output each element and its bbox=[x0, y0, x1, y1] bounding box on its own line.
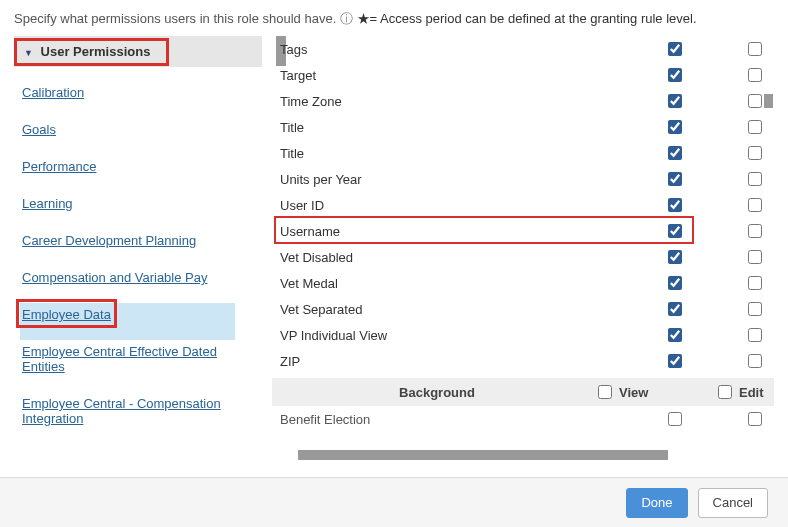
background-view-label: View bbox=[619, 385, 648, 400]
permission-row: User ID bbox=[272, 192, 774, 218]
permission-checkbox-col2[interactable] bbox=[748, 250, 762, 264]
sidebar-item-learning[interactable]: Learning bbox=[20, 192, 75, 215]
sidebar-item-goals[interactable]: Goals bbox=[20, 118, 58, 141]
permission-label: VP Individual View bbox=[280, 328, 614, 343]
permission-row: Title bbox=[272, 140, 774, 166]
permission-checkbox-col2[interactable] bbox=[748, 302, 762, 316]
permission-checkbox-col2[interactable] bbox=[748, 94, 762, 108]
background-title: Background bbox=[280, 385, 594, 400]
permission-checkbox-col1[interactable] bbox=[668, 224, 682, 238]
cancel-button[interactable]: Cancel bbox=[698, 488, 768, 518]
sidebar-item-comp-var-pay[interactable]: Compensation and Variable Pay bbox=[20, 266, 210, 289]
sidebar-category-header[interactable]: ▼ User Permissions bbox=[14, 36, 262, 67]
permission-row: Username bbox=[272, 218, 774, 244]
permission-row: Tags bbox=[272, 36, 774, 62]
permission-row: Title bbox=[272, 114, 774, 140]
star-note: ★= Access period can be defined at the g… bbox=[357, 11, 697, 26]
sidebar-item-performance[interactable]: Performance bbox=[20, 155, 98, 178]
permission-checkbox-col1[interactable] bbox=[668, 250, 682, 264]
permission-checkbox-col1[interactable] bbox=[668, 198, 682, 212]
permission-label: ZIP bbox=[280, 354, 614, 369]
background-section-header: Background View Edit bbox=[272, 378, 774, 406]
permission-row: Units per Year bbox=[272, 166, 774, 192]
permission-checkbox-col1[interactable] bbox=[668, 120, 682, 134]
permission-checkbox-col2[interactable] bbox=[748, 68, 762, 82]
sidebar-item-calibration[interactable]: Calibration bbox=[20, 81, 86, 104]
permission-label: Username bbox=[280, 224, 614, 239]
background-edit-checkbox[interactable] bbox=[718, 385, 732, 399]
permission-label: Title bbox=[280, 120, 614, 135]
permission-checkbox-col2[interactable] bbox=[748, 198, 762, 212]
sidebar-item-employee-data[interactable]: Employee Data bbox=[20, 303, 113, 326]
permission-label: Time Zone bbox=[280, 94, 614, 109]
stub-indicator bbox=[764, 94, 773, 108]
permission-label: Target bbox=[280, 68, 614, 83]
dialog-footer: Done Cancel bbox=[0, 477, 788, 527]
sidebar-category-label: User Permissions bbox=[41, 44, 151, 59]
permission-label: Vet Disabled bbox=[280, 250, 614, 265]
done-button[interactable]: Done bbox=[626, 488, 687, 518]
permission-label: User ID bbox=[280, 198, 614, 213]
permission-checkbox-col2[interactable] bbox=[748, 146, 762, 160]
permission-checkbox-col2[interactable] bbox=[748, 276, 762, 290]
permission-checkbox-col1[interactable] bbox=[668, 328, 682, 342]
permission-label: Title bbox=[280, 146, 614, 161]
permission-checkbox-col1[interactable] bbox=[668, 302, 682, 316]
permission-label: Tags bbox=[280, 42, 614, 57]
permission-checkbox-col2[interactable] bbox=[748, 172, 762, 186]
permissions-table: TagsTargetTime ZoneTitleTitleUnits per Y… bbox=[272, 36, 774, 432]
permission-row: Vet Disabled bbox=[272, 244, 774, 270]
chevron-down-icon: ▼ bbox=[24, 48, 33, 58]
sidebar-item-career-dev[interactable]: Career Development Planning bbox=[20, 229, 198, 252]
permission-checkbox-col1[interactable] bbox=[668, 68, 682, 82]
permission-label: Vet Medal bbox=[280, 276, 614, 291]
permission-checkbox-col1[interactable] bbox=[668, 42, 682, 56]
background-view-checkbox[interactable] bbox=[598, 385, 612, 399]
permission-row: Time Zone bbox=[272, 88, 774, 114]
permission-row: Target bbox=[272, 62, 774, 88]
permission-checkbox-col2[interactable] bbox=[748, 354, 762, 368]
permission-checkbox-col2[interactable] bbox=[748, 224, 762, 238]
permission-label: Benefit Election bbox=[280, 412, 614, 427]
permission-label: Vet Separated bbox=[280, 302, 614, 317]
permission-checkbox-col1[interactable] bbox=[668, 172, 682, 186]
permission-label: Units per Year bbox=[280, 172, 614, 187]
intro-text: Specify what permissions users in this r… bbox=[14, 11, 336, 26]
permissions-panel: TagsTargetTime ZoneTitleTitleUnits per Y… bbox=[272, 36, 774, 466]
permission-row: Vet Medal bbox=[272, 270, 774, 296]
permission-row: Vet Separated bbox=[272, 296, 774, 322]
permission-checkbox-col1[interactable] bbox=[668, 412, 682, 426]
background-edit-label: Edit bbox=[739, 385, 764, 400]
permission-checkbox-col2[interactable] bbox=[748, 412, 762, 426]
permission-checkbox-col2[interactable] bbox=[748, 120, 762, 134]
permission-row: ZIP bbox=[272, 348, 774, 374]
permission-row: VP Individual View bbox=[272, 322, 774, 348]
permission-checkbox-col1[interactable] bbox=[668, 276, 682, 290]
sidebar-item-ec-comp-integration[interactable]: Employee Central - Compensation Integrat… bbox=[20, 392, 245, 430]
permission-checkbox-col1[interactable] bbox=[668, 146, 682, 160]
permission-checkbox-col1[interactable] bbox=[668, 354, 682, 368]
permission-checkbox-col1[interactable] bbox=[668, 94, 682, 108]
help-icon: ⓘ bbox=[340, 11, 353, 26]
permission-checkbox-col2[interactable] bbox=[748, 42, 762, 56]
sidebar-nav-list: Calibration Goals Performance Learning C… bbox=[14, 67, 272, 444]
horizontal-scrollbar-thumb[interactable] bbox=[298, 450, 668, 460]
permission-checkbox-col2[interactable] bbox=[748, 328, 762, 342]
sidebar: ▼ User Permissions Calibration Goals Per… bbox=[14, 36, 272, 466]
permission-row: Benefit Election bbox=[272, 406, 774, 432]
page-description: Specify what permissions users in this r… bbox=[0, 0, 788, 36]
sidebar-item-ec-effective-dated[interactable]: Employee Central Effective Dated Entitie… bbox=[20, 340, 228, 378]
